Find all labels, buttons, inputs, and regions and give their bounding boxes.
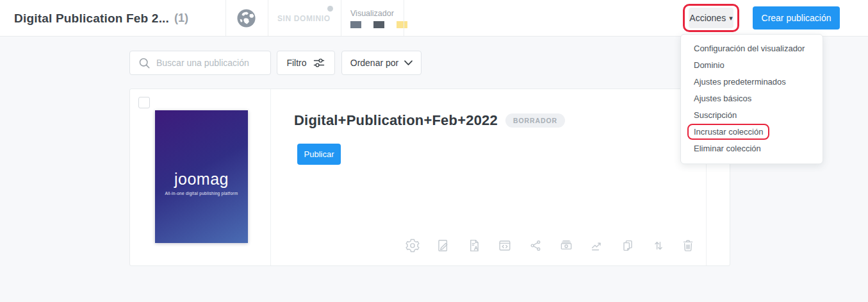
header-divider <box>341 0 341 36</box>
embed-icon[interactable] <box>497 238 512 253</box>
create-publication-button[interactable]: Crear publicación <box>753 6 840 29</box>
viewer-swatch <box>350 21 361 28</box>
settings-icon[interactable] <box>405 238 420 253</box>
actions-menu: Configuración del visualizador Dominio A… <box>680 34 823 164</box>
globe-icon[interactable] <box>236 8 256 28</box>
sort-button[interactable]: Ordenar por <box>341 51 422 75</box>
search-box <box>129 51 271 75</box>
viewer-label: Visualizador <box>350 9 394 18</box>
domain-status-label: SIN DOMINIO <box>277 14 331 23</box>
viewer-swatch <box>397 21 407 28</box>
publication-card: joomag All-in-one digital publishing pla… <box>129 88 730 266</box>
menu-item-basic-settings[interactable]: Ajustes básicos <box>681 90 823 107</box>
collection-title-wrap: Digital Publication Feb 2... (1) <box>14 0 188 37</box>
viewer-color-swatches <box>350 21 407 28</box>
actions-button-label: Acciones <box>689 13 726 23</box>
status-badge: BORRADOR <box>505 113 565 128</box>
filter-button-label: Filtro <box>286 58 306 68</box>
delete-icon[interactable] <box>680 238 696 253</box>
domain-status-dot <box>327 6 333 12</box>
publication-cover[interactable]: joomag All-in-one digital publishing pla… <box>155 110 248 243</box>
edit-icon[interactable] <box>436 238 451 253</box>
menu-item-delete-collection[interactable]: Eliminar colección <box>681 140 823 157</box>
search-input[interactable] <box>156 58 259 68</box>
header-divider <box>225 0 226 36</box>
share-icon[interactable] <box>528 238 543 253</box>
header-divider <box>268 0 268 36</box>
filter-button[interactable]: Filtro <box>277 51 335 75</box>
caret-down-icon: ▾ <box>729 15 733 22</box>
search-icon <box>138 57 151 69</box>
collection-count: (1) <box>174 12 188 25</box>
menu-item-default-settings[interactable]: Ajustes predeterminados <box>681 74 823 90</box>
monetize-icon[interactable] <box>559 238 574 253</box>
viewer-swatch <box>362 21 373 28</box>
menu-item-domain[interactable]: Dominio <box>681 57 823 74</box>
card-column-divider <box>270 89 271 265</box>
chevron-down-icon <box>404 60 413 66</box>
duplicate-icon[interactable] <box>620 238 635 253</box>
publication-checkbox[interactable] <box>138 97 150 108</box>
cover-tagline: All-in-one digital publishing platform <box>165 191 238 196</box>
viewer-swatch <box>385 21 396 28</box>
menu-item-viewer-config[interactable]: Configuración del visualizador <box>681 40 823 57</box>
menu-item-embed-collection[interactable]: Incrustar colección <box>681 124 823 140</box>
stats-icon[interactable] <box>589 238 605 253</box>
rename-icon[interactable] <box>466 238 482 253</box>
publish-button[interactable]: Publicar <box>297 144 341 165</box>
cover-brand-logo: joomag <box>174 170 229 189</box>
menu-item-subscription[interactable]: Suscripción <box>681 107 823 124</box>
sort-button-label: Ordenar por <box>350 58 398 68</box>
header-divider <box>404 0 404 36</box>
filter-sliders-icon <box>313 56 325 69</box>
actions-button[interactable]: Acciones ▾ <box>689 8 733 28</box>
viewer-swatch <box>373 21 384 28</box>
transfer-icon[interactable] <box>651 238 666 253</box>
header: Digital Publication Feb 2... (1) SIN DOM… <box>0 0 868 37</box>
publication-title[interactable]: Digital+Publication+Feb+2022 <box>294 112 498 129</box>
collection-title: Digital Publication Feb 2... <box>14 12 169 26</box>
